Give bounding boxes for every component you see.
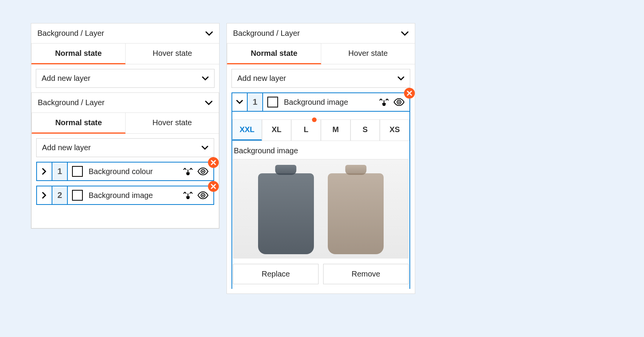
tab-label: Normal state: [55, 118, 102, 127]
button-label: Remove: [352, 270, 380, 278]
breakpoint-xl[interactable]: XL: [262, 119, 292, 141]
breakpoint-s[interactable]: S: [351, 119, 380, 141]
eye-icon: [393, 98, 405, 106]
drag-handle-icon[interactable]: [183, 190, 193, 201]
section-title: Background / Layer: [37, 29, 104, 38]
tab-label: Normal state: [251, 49, 297, 57]
delete-layer-button[interactable]: [404, 88, 415, 99]
expand-toggle[interactable]: [37, 186, 52, 204]
svg-point-2: [202, 171, 204, 172]
tab-label: Hover state: [348, 49, 387, 57]
state-tabs: Normal state Hover state: [227, 44, 415, 64]
close-icon: [211, 160, 216, 165]
drag-handle-icon[interactable]: [183, 166, 193, 177]
chevron-right-icon: [42, 192, 47, 199]
chevron-down-icon: [401, 31, 409, 36]
layer-label: Background image: [282, 98, 379, 107]
expand-toggle[interactable]: [232, 93, 248, 111]
tab-normal-state[interactable]: Normal state: [227, 44, 321, 64]
eye-icon: [197, 167, 209, 176]
tab-label: Hover state: [153, 49, 192, 57]
layer-swatch[interactable]: [263, 93, 282, 111]
nested-state-tabs: Normal state Hover state: [32, 113, 219, 134]
swatch-icon: [72, 166, 83, 177]
breakpoint-xs[interactable]: XS: [380, 119, 409, 141]
section-header[interactable]: Background / Layer: [31, 23, 219, 44]
breakpoint-tabs: XXLXLLMSXS: [232, 119, 409, 141]
layer-row[interactable]: 1 Background colour: [36, 162, 214, 181]
nested-add-new-layer-select[interactable]: Add new layer: [36, 138, 214, 157]
close-icon: [407, 91, 412, 96]
section-title: Background / Layer: [233, 29, 300, 38]
swatch-icon: [72, 190, 83, 201]
close-icon: [211, 184, 216, 189]
tab-normal-state[interactable]: Normal state: [31, 44, 126, 64]
replace-button[interactable]: Replace: [233, 264, 319, 284]
layer-row[interactable]: 2 Background image: [36, 186, 214, 205]
layer-swatch[interactable]: [68, 163, 87, 180]
tab-label: Hover state: [153, 118, 192, 127]
section-header[interactable]: Background / Layer: [227, 23, 415, 44]
layer-detail: XXLXLLMSXS Background image Replace Remo…: [231, 112, 410, 289]
visibility-toggle[interactable]: [197, 190, 209, 201]
tab-hover-state[interactable]: Hover state: [126, 113, 219, 133]
add-new-layer-select[interactable]: Add new layer: [36, 69, 215, 88]
chevron-down-icon: [205, 100, 213, 106]
expand-toggle[interactable]: [37, 163, 52, 180]
layer-number: 1: [52, 163, 68, 180]
chevron-down-icon: [202, 76, 209, 81]
chevron-right-icon: [42, 168, 47, 175]
layer-label: Background image: [87, 191, 183, 200]
drag-handle-icon[interactable]: [379, 97, 389, 107]
field-label: Background image: [233, 141, 409, 159]
svg-point-8: [398, 101, 400, 103]
image-preview[interactable]: [233, 159, 409, 258]
chevron-down-icon: [205, 31, 213, 36]
chevron-down-icon: [397, 76, 404, 81]
eye-icon: [197, 191, 209, 200]
breakpoint-l[interactable]: L: [291, 119, 321, 141]
delete-layer-button[interactable]: [208, 181, 219, 192]
section-title: Background / Layer: [38, 98, 104, 107]
delete-layer-button[interactable]: [208, 157, 219, 168]
tab-normal-state[interactable]: Normal state: [32, 113, 126, 134]
breakpoint-xxl[interactable]: XXL: [232, 119, 262, 141]
chevron-down-icon: [236, 100, 243, 104]
select-label: Add new layer: [237, 74, 286, 83]
layer-swatch[interactable]: [68, 186, 87, 204]
chevron-down-icon: [201, 146, 208, 150]
svg-point-5: [202, 194, 204, 196]
visibility-toggle[interactable]: [393, 97, 405, 107]
state-tabs: Normal state Hover state: [31, 44, 219, 64]
button-label: Replace: [262, 270, 290, 278]
swatch-icon: [267, 97, 278, 107]
tab-label: Normal state: [55, 49, 102, 57]
right-panel: Background / Layer Normal state Hover st…: [226, 23, 415, 294]
breakpoint-m[interactable]: M: [321, 119, 351, 141]
layer-number: 2: [52, 186, 68, 204]
preview-graphic: [258, 173, 314, 254]
tab-hover-state[interactable]: Hover state: [126, 44, 219, 64]
layer-row-expanded[interactable]: 1 Background image: [231, 92, 410, 112]
preview-graphic: [328, 173, 384, 254]
tab-hover-state[interactable]: Hover state: [321, 44, 415, 64]
indicator-dot: [312, 117, 317, 122]
layer-label: Background colour: [87, 167, 183, 176]
select-label: Add new layer: [42, 143, 91, 152]
remove-button[interactable]: Remove: [323, 264, 409, 284]
nested-panel: Background / Layer Normal state Hover st…: [31, 92, 219, 228]
select-label: Add new layer: [42, 74, 91, 83]
add-new-layer-select[interactable]: Add new layer: [231, 69, 410, 88]
left-panel: Background / Layer Normal state Hover st…: [31, 23, 220, 229]
visibility-toggle[interactable]: [197, 166, 209, 177]
layer-number: 1: [248, 93, 263, 111]
nested-section-header[interactable]: Background / Layer: [32, 93, 219, 113]
